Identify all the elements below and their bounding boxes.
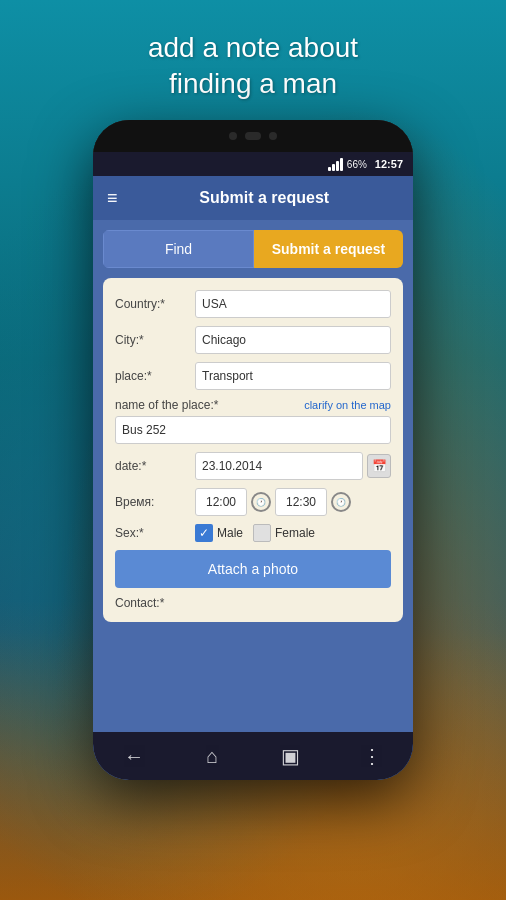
sex-label: Sex:* (115, 526, 187, 540)
bottom-nav: ← ⌂ ▣ ⋮ (93, 732, 413, 780)
clock-icon-1: 🕐 (251, 492, 271, 512)
sex-options: ✓ Male Female (195, 524, 391, 542)
back-nav-icon[interactable]: ← (124, 745, 144, 768)
tab-find[interactable]: Find (103, 230, 254, 268)
male-option[interactable]: ✓ Male (195, 524, 243, 542)
country-input[interactable] (195, 290, 391, 318)
date-input[interactable] (195, 452, 363, 480)
contact-row: Contact:* (115, 596, 391, 610)
camera-dot2 (269, 132, 277, 140)
form-card: Country:* City:* place:* name of the pla… (103, 278, 403, 622)
female-label: Female (275, 526, 315, 540)
status-bar: 66% 12:57 (93, 152, 413, 176)
male-checkbox[interactable]: ✓ (195, 524, 213, 542)
place-label: place:* (115, 369, 187, 383)
male-label: Male (217, 526, 243, 540)
time-end-input[interactable] (275, 488, 327, 516)
time-label: Время: (115, 495, 187, 509)
city-row: City:* (115, 326, 391, 354)
country-row: Country:* (115, 290, 391, 318)
city-input[interactable] (195, 326, 391, 354)
phone-frame: 66% 12:57 ≡ Submit a request Find Submit… (93, 120, 413, 780)
tab-submit[interactable]: Submit a request (254, 230, 403, 268)
signal-icon (328, 158, 343, 171)
time-input-wrap: 🕐 🕐 (195, 488, 391, 516)
home-nav-icon[interactable]: ⌂ (206, 745, 218, 768)
date-row: date:* 📅 (115, 452, 391, 480)
date-input-wrap: 📅 (195, 452, 391, 480)
app-bar-title: Submit a request (130, 189, 399, 207)
sex-row: Sex:* ✓ Male Female (115, 524, 391, 542)
city-label: City:* (115, 333, 187, 347)
name-of-place-input[interactable] (115, 416, 391, 444)
female-checkbox[interactable] (253, 524, 271, 542)
place-row: place:* (115, 362, 391, 390)
name-place-header: name of the place:* clarify on the map (115, 398, 391, 412)
clarify-on-map-link[interactable]: clarify on the map (304, 399, 391, 411)
phone-top-notch (93, 120, 413, 152)
attach-photo-button[interactable]: Attach a photo (115, 550, 391, 588)
header-text: add a note about finding a man (0, 30, 506, 103)
app-bar: ≡ Submit a request (93, 176, 413, 220)
battery-indicator: 66% (347, 159, 367, 170)
time-row: Время: 🕐 🕐 (115, 488, 391, 516)
recent-nav-icon[interactable]: ▣ (281, 744, 300, 768)
tab-bar: Find Submit a request (103, 230, 403, 268)
more-nav-icon[interactable]: ⋮ (362, 744, 382, 768)
calendar-icon[interactable]: 📅 (367, 454, 391, 478)
menu-icon[interactable]: ≡ (107, 189, 118, 207)
status-time: 12:57 (375, 158, 403, 170)
date-label: date:* (115, 459, 187, 473)
speaker-dot (245, 132, 261, 140)
clock-icon-2: 🕐 (331, 492, 351, 512)
time-start-input[interactable] (195, 488, 247, 516)
name-place-label: name of the place:* (115, 398, 218, 412)
camera-dot (229, 132, 237, 140)
place-input[interactable] (195, 362, 391, 390)
contact-label: Contact:* (115, 596, 187, 610)
country-label: Country:* (115, 297, 187, 311)
content-area: Find Submit a request Country:* City:* p… (93, 220, 413, 780)
female-option[interactable]: Female (253, 524, 315, 542)
